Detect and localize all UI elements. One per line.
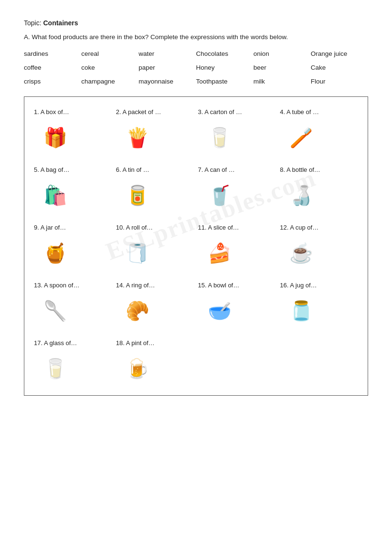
item-label: 3. A carton of … bbox=[198, 108, 243, 116]
word-item: paper bbox=[138, 63, 196, 72]
item-image: 🥐 bbox=[116, 292, 159, 330]
topic-title: Containers bbox=[43, 19, 78, 27]
container-item: 4. A tube of …🪥 bbox=[278, 105, 360, 159]
item-label: 9. A jar of… bbox=[34, 224, 66, 231]
item-image: 🥤 bbox=[198, 176, 241, 214]
container-item: 8. A bottle of…🍶 bbox=[278, 163, 360, 217]
item-image: 🫙 bbox=[280, 292, 323, 330]
item-image: 🧻 bbox=[116, 234, 159, 272]
item-image: 🍰 bbox=[198, 234, 241, 272]
container-item: 13. A spoon of…🥄 bbox=[32, 279, 114, 333]
item-label: 15. A bowl of… bbox=[198, 282, 240, 289]
item-image: 🪥 bbox=[280, 118, 323, 157]
item-image: 🥫 bbox=[116, 176, 159, 214]
word-item: Chocolates bbox=[196, 49, 253, 58]
item-image: 🥣 bbox=[198, 292, 241, 330]
container-item: 12. A cup of…☕ bbox=[278, 221, 360, 275]
item-label: 4. A tube of … bbox=[280, 108, 319, 116]
word-item: Honey bbox=[196, 63, 253, 72]
container-item: 16. A jug of…🫙 bbox=[278, 279, 360, 333]
word-item: mayonnaise bbox=[138, 77, 196, 86]
container-item: 7. A can of …🥤 bbox=[196, 163, 278, 217]
word-item: beer bbox=[254, 63, 311, 72]
item-label: 11. A slice of… bbox=[198, 224, 239, 231]
item-label: 2. A packet of … bbox=[116, 108, 161, 116]
container-item: 1. A box of…🎁 bbox=[32, 105, 114, 159]
item-image: 🍺 bbox=[116, 349, 159, 388]
item-label: 13. A spoon of… bbox=[34, 282, 79, 289]
item-label: 6. A tin of … bbox=[116, 166, 149, 173]
item-label: 1. A box of… bbox=[34, 108, 69, 116]
item-label: 16. A jug of… bbox=[280, 282, 317, 289]
word-item: Toothpaste bbox=[196, 77, 253, 86]
container-item: 2. A packet of …🍟 bbox=[114, 105, 196, 159]
word-item: Orange juice bbox=[311, 49, 368, 58]
word-item: Flour bbox=[311, 77, 368, 86]
word-grid: sardinescerealwaterChocolatesonionOrange… bbox=[24, 49, 368, 86]
item-image: 🛍️ bbox=[34, 176, 77, 214]
word-item: crisps bbox=[24, 77, 81, 86]
item-label: 7. A can of … bbox=[198, 166, 235, 173]
item-label: 8. A bottle of… bbox=[280, 166, 320, 173]
topic-prefix: Topic: bbox=[24, 19, 43, 27]
item-label: 17. A glass of… bbox=[34, 339, 77, 347]
item-image: 🍟 bbox=[116, 118, 159, 157]
container-item: 10. A roll of…🧻 bbox=[114, 221, 196, 275]
item-image: 🥄 bbox=[34, 292, 77, 330]
word-item: champagne bbox=[81, 77, 138, 86]
item-label: 5. A bag of… bbox=[34, 166, 69, 173]
instruction: A. What food products are there in the b… bbox=[24, 33, 368, 41]
word-item: water bbox=[138, 49, 196, 58]
container-box: 1. A box of…🎁2. A packet of …🍟3. A carto… bbox=[24, 96, 368, 396]
item-image: 🥛 bbox=[34, 349, 77, 388]
word-item: sardines bbox=[24, 49, 81, 58]
items-grid: 1. A box of…🎁2. A packet of …🍟3. A carto… bbox=[32, 105, 360, 390]
item-image: ☕ bbox=[280, 234, 323, 272]
word-item: milk bbox=[254, 77, 311, 86]
word-item: Cake bbox=[311, 63, 368, 72]
word-item: cereal bbox=[81, 49, 138, 58]
item-image: 🍯 bbox=[34, 234, 77, 272]
container-item: 15. A bowl of…🥣 bbox=[196, 279, 278, 333]
item-image: 🍶 bbox=[280, 176, 323, 214]
container-item: 18. A pint of…🍺 bbox=[114, 337, 196, 390]
item-image: 🥛 bbox=[198, 118, 241, 157]
container-item: 11. A slice of…🍰 bbox=[196, 221, 278, 275]
container-item: 17. A glass of…🥛 bbox=[32, 337, 114, 390]
container-item: 6. A tin of …🥫 bbox=[114, 163, 196, 217]
container-item: 9. A jar of…🍯 bbox=[32, 221, 114, 275]
item-label: 10. A roll of… bbox=[116, 224, 153, 231]
item-label: 12. A cup of… bbox=[280, 224, 318, 231]
item-label: 14. A ring of… bbox=[116, 282, 155, 289]
item-label: 18. A pint of… bbox=[116, 339, 155, 347]
container-item: 3. A carton of …🥛 bbox=[196, 105, 278, 159]
item-image: 🎁 bbox=[34, 118, 77, 157]
word-item: coffee bbox=[24, 63, 81, 72]
container-item: 14. A ring of…🥐 bbox=[114, 279, 196, 333]
word-item: coke bbox=[81, 63, 138, 72]
page-wrapper: ESLprintables.com Topic: Containers A. W… bbox=[24, 19, 368, 396]
word-item: onion bbox=[254, 49, 311, 58]
container-item: 5. A bag of…🛍️ bbox=[32, 163, 114, 217]
topic-line: Topic: Containers bbox=[24, 19, 368, 27]
